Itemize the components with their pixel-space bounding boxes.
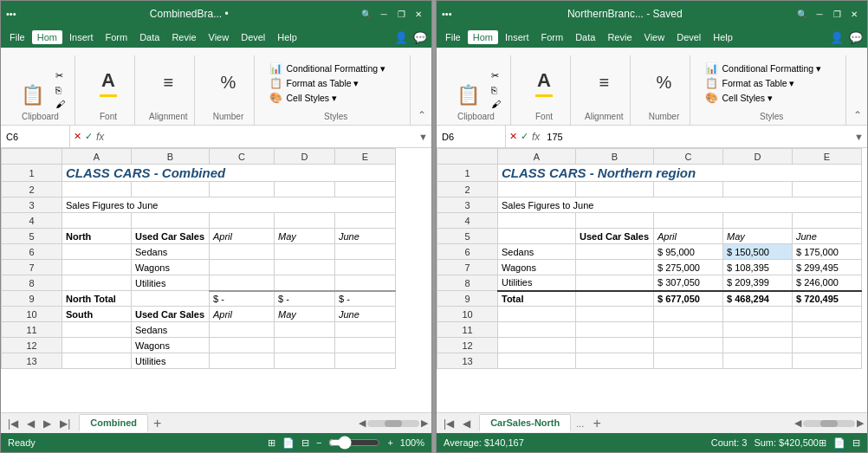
right-menu-format[interactable]: Form bbox=[535, 30, 568, 44]
right-tab-first-btn[interactable]: |◀ bbox=[440, 417, 457, 430]
right-menu-file[interactable]: File bbox=[440, 30, 466, 44]
right-number-btn[interactable]: % bbox=[645, 69, 683, 96]
right-hscroll-right-btn[interactable]: ▶ bbox=[857, 417, 864, 429]
left-cell-B13[interactable]: Utilities bbox=[132, 353, 210, 369]
right-copy-btn[interactable]: ⎘ bbox=[489, 84, 503, 96]
right-sheet-tab-north[interactable]: CarSales-North bbox=[479, 414, 571, 432]
right-cell-D8[interactable]: $ 209,399 bbox=[723, 275, 793, 291]
right-cell-D9[interactable]: $ 468,294 bbox=[723, 291, 793, 307]
left-conditional-format-btn[interactable]: 📊 Conditional Formatting ▾ bbox=[267, 61, 388, 75]
left-comment-btn[interactable]: 💬 bbox=[412, 29, 428, 45]
left-add-sheet-btn[interactable]: + bbox=[150, 416, 165, 431]
right-menu-insert[interactable]: Insert bbox=[500, 30, 534, 44]
right-cell-styles-btn[interactable]: 🎨 Cell Styles ▾ bbox=[703, 91, 775, 105]
left-cell-styles-btn[interactable]: 🎨 Cell Styles ▾ bbox=[267, 91, 340, 105]
left-zoom-in-btn[interactable]: + bbox=[387, 437, 392, 448]
right-cell-E7[interactable]: $ 299,495 bbox=[793, 260, 862, 275]
right-cell-D5[interactable]: May bbox=[723, 229, 793, 244]
right-cell-A3[interactable]: Sales Figures to June bbox=[498, 197, 862, 213]
right-confirm-btn[interactable]: ✓ bbox=[521, 131, 528, 142]
left-confirm-btn[interactable]: ✓ bbox=[85, 131, 93, 142]
left-hscroll-thumb[interactable] bbox=[385, 420, 402, 427]
left-ribbon-collapse-btn[interactable]: ⌃ bbox=[418, 109, 426, 121]
left-cell-A5[interactable]: North bbox=[62, 229, 132, 244]
left-cancel-btn[interactable]: ✕ bbox=[74, 131, 81, 142]
right-tab-more-btn[interactable]: ... bbox=[573, 416, 587, 431]
left-close-btn[interactable]: ✕ bbox=[411, 6, 426, 22]
left-cell-D5[interactable]: May bbox=[275, 229, 335, 244]
right-cell-C8[interactable]: $ 307,050 bbox=[654, 275, 723, 291]
right-cell-C6[interactable]: $ 95,000 bbox=[654, 244, 723, 260]
right-cell-E5[interactable]: June bbox=[793, 229, 862, 244]
right-normal-view-btn[interactable]: ⊞ bbox=[819, 437, 826, 449]
right-cell-B5[interactable]: Used Car Sales bbox=[576, 229, 654, 244]
right-format-table-btn[interactable]: 📋 Format as Table ▾ bbox=[703, 76, 797, 90]
left-restore-btn[interactable]: ❐ bbox=[393, 6, 409, 22]
left-cell-A1[interactable]: CLASS CARS - Combined bbox=[62, 165, 396, 182]
right-hscroll-left-btn[interactable]: ◀ bbox=[794, 417, 801, 429]
left-align-btn[interactable]: ≡ bbox=[149, 69, 187, 96]
right-page-view-btn[interactable]: 📄 bbox=[833, 437, 845, 449]
right-menu-review[interactable]: Revie bbox=[602, 30, 637, 44]
left-acct-btn[interactable]: 👤 bbox=[393, 29, 409, 45]
left-cut-btn[interactable]: ✂ bbox=[53, 69, 68, 82]
right-conditional-format-btn[interactable]: 📊 Conditional Formatting ▾ bbox=[703, 61, 824, 75]
left-search-btn[interactable]: 🔍 bbox=[359, 6, 374, 22]
right-menu-developer[interactable]: Devel bbox=[671, 30, 706, 44]
left-hscroll-right-btn[interactable]: ▶ bbox=[421, 417, 428, 429]
left-cell-B6[interactable]: Sedans bbox=[132, 244, 210, 260]
right-cell-C5[interactable]: April bbox=[654, 229, 723, 244]
left-normal-view-btn[interactable]: ⊞ bbox=[268, 437, 275, 449]
right-font-btn[interactable]: A bbox=[525, 66, 563, 100]
right-cut-btn[interactable]: ✂ bbox=[489, 69, 503, 82]
right-cell-D6[interactable]: $ 150,500 bbox=[723, 244, 793, 260]
left-cell-D10[interactable]: May bbox=[275, 307, 335, 322]
left-cell-A10[interactable]: South bbox=[62, 307, 132, 322]
left-fx-btn[interactable]: fx bbox=[96, 131, 104, 143]
right-cell-A1[interactable]: CLASS CARS - Northern region bbox=[498, 165, 862, 182]
left-cell-B10[interactable]: Used Car Sales bbox=[132, 307, 210, 322]
right-cell-E6[interactable]: $ 175,000 bbox=[793, 244, 862, 260]
right-cell-A8[interactable]: Utilities bbox=[498, 275, 576, 291]
right-search-btn[interactable]: 🔍 bbox=[794, 6, 810, 22]
left-cell-A2[interactable] bbox=[62, 182, 132, 197]
left-zoom-out-btn[interactable]: − bbox=[316, 437, 321, 448]
left-tab-first-btn[interactable]: |◀ bbox=[4, 417, 22, 430]
left-hscroll-left-btn[interactable]: ◀ bbox=[359, 417, 366, 429]
left-cell-B5[interactable]: Used Car Sales bbox=[132, 229, 210, 244]
left-cell-E9[interactable]: $ - bbox=[335, 291, 396, 307]
left-format-painter-btn[interactable]: 🖌 bbox=[53, 98, 68, 110]
left-menu-format[interactable]: Form bbox=[100, 30, 133, 44]
right-formula-input[interactable] bbox=[543, 130, 851, 144]
left-cell-C9[interactable]: $ - bbox=[210, 291, 275, 307]
right-menu-home[interactable]: Hom bbox=[468, 30, 498, 44]
left-cell-D9[interactable]: $ - bbox=[275, 291, 335, 307]
left-menu-data[interactable]: Data bbox=[134, 30, 165, 44]
left-cell-E10[interactable]: June bbox=[335, 307, 396, 322]
right-ribbon-collapse-btn[interactable]: ⌃ bbox=[853, 109, 862, 121]
left-page-view-btn[interactable]: 📄 bbox=[282, 437, 295, 449]
right-page-break-btn[interactable]: ⊟ bbox=[852, 437, 860, 449]
right-minimize-btn[interactable]: ─ bbox=[812, 6, 827, 22]
left-formula-expand-btn[interactable]: ▼ bbox=[415, 132, 431, 142]
left-tab-prev-btn[interactable]: ◀ bbox=[23, 417, 38, 430]
left-cell-B12[interactable]: Wagons bbox=[132, 338, 210, 353]
left-cell-B11[interactable]: Sedans bbox=[132, 322, 210, 338]
right-format-painter-btn[interactable]: 🖌 bbox=[489, 98, 503, 110]
right-menu-data[interactable]: Data bbox=[570, 30, 600, 44]
left-menu-file[interactable]: File bbox=[4, 30, 30, 44]
left-font-btn[interactable]: A bbox=[89, 66, 127, 100]
right-acct-btn[interactable]: 👤 bbox=[829, 29, 845, 45]
right-sheet-grid[interactable]: A B C D E 1 CLASS CARS - Northern region… bbox=[437, 148, 867, 412]
left-cell-A3[interactable]: Sales Figures to June bbox=[62, 197, 396, 213]
left-cell-E5[interactable]: June bbox=[335, 229, 396, 244]
right-cell-A7[interactable]: Wagons bbox=[498, 260, 576, 275]
left-sheet-tab-combined[interactable]: Combined bbox=[79, 414, 148, 432]
right-tab-prev-btn[interactable]: ◀ bbox=[459, 417, 474, 430]
right-cancel-btn[interactable]: ✕ bbox=[509, 131, 517, 142]
right-close-btn[interactable]: ✕ bbox=[846, 6, 862, 22]
right-hscroll-thumb[interactable] bbox=[820, 420, 838, 427]
left-menu-review[interactable]: Revie bbox=[166, 30, 201, 44]
left-formula-input[interactable] bbox=[107, 130, 415, 144]
left-menu-view[interactable]: View bbox=[204, 30, 235, 44]
